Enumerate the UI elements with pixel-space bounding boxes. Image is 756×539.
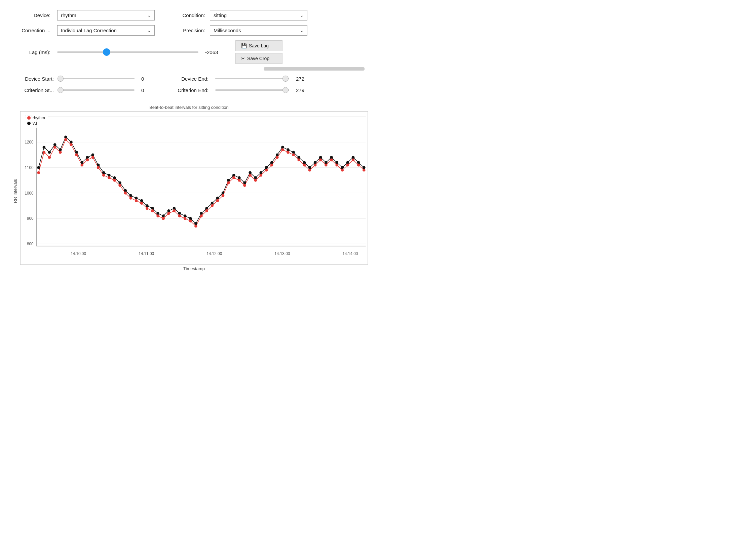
svg-point-22 — [53, 143, 56, 146]
svg-point-48 — [194, 222, 197, 225]
precision-dropdown[interactable]: Milliseconds ⌄ — [210, 25, 307, 36]
svg-text:1200: 1200 — [25, 140, 34, 144]
svg-point-70 — [314, 161, 317, 164]
svg-point-113 — [216, 199, 219, 202]
legend-dot-rhythm — [27, 116, 31, 120]
svg-point-20 — [43, 146, 46, 149]
device-start-thumb[interactable] — [58, 76, 64, 82]
svg-point-43 — [167, 209, 170, 212]
svg-point-90 — [91, 156, 95, 159]
svg-point-50 — [205, 207, 208, 210]
svg-point-25 — [70, 141, 73, 144]
correction-value: Individual Lag Correction — [61, 28, 145, 33]
save-lag-button[interactable]: 💾 Save Lag — [235, 40, 282, 51]
condition-dropdown[interactable]: sitting ⌄ — [210, 10, 307, 20]
lag-row: Lag (ms): -2063 💾 Save Lag ✂ Save Crop — [13, 40, 365, 64]
scrollbar[interactable] — [264, 67, 365, 71]
device-end-slider[interactable] — [215, 75, 289, 82]
svg-point-137 — [346, 164, 349, 167]
svg-point-63 — [276, 153, 279, 156]
save-lag-icon: 💾 — [241, 43, 247, 48]
svg-point-74 — [335, 161, 338, 164]
svg-point-125 — [281, 148, 284, 151]
condition-dropdown-arrow: ⌄ — [300, 13, 304, 18]
svg-point-128 — [297, 159, 300, 162]
svg-point-87 — [75, 153, 78, 156]
svg-point-134 — [330, 159, 333, 162]
device-dropdown-arrow: ⌄ — [147, 13, 151, 18]
criterion-end-slider[interactable] — [215, 87, 289, 93]
svg-point-61 — [265, 166, 268, 169]
device-end-thumb[interactable] — [282, 76, 289, 82]
lag-slider-track — [57, 51, 198, 53]
svg-point-121 — [260, 174, 263, 177]
svg-text:1000: 1000 — [25, 191, 34, 196]
save-crop-button[interactable]: ✂ Save Crop — [235, 53, 282, 64]
svg-point-89 — [86, 159, 89, 162]
criterion-start-thumb[interactable] — [58, 87, 64, 93]
svg-point-120 — [254, 179, 257, 182]
svg-point-54 — [227, 179, 230, 182]
precision-value: Milliseconds — [214, 28, 297, 33]
svg-point-71 — [319, 156, 322, 159]
correction-dropdown-arrow: ⌄ — [147, 28, 151, 33]
legend-label-rhythm: rhythm — [33, 116, 45, 120]
correction-dropdown[interactable]: Individual Lag Correction ⌄ — [57, 25, 155, 36]
criterion-end-label: Criterion End: — [175, 87, 209, 93]
svg-point-130 — [308, 169, 311, 172]
svg-point-123 — [270, 164, 273, 167]
svg-point-42 — [162, 214, 165, 217]
criterion-start-slider[interactable] — [61, 87, 135, 93]
precision-dropdown-arrow: ⌄ — [300, 28, 304, 33]
svg-point-72 — [325, 161, 328, 164]
svg-point-78 — [357, 161, 360, 164]
svg-point-34 — [118, 181, 121, 184]
svg-point-84 — [59, 151, 62, 154]
svg-point-24 — [64, 135, 67, 138]
svg-point-59 — [254, 176, 257, 179]
lag-slider-thumb[interactable] — [103, 48, 110, 56]
svg-point-31 — [102, 171, 105, 174]
svg-point-107 — [184, 217, 187, 220]
svg-point-132 — [319, 159, 322, 162]
svg-point-58 — [249, 171, 252, 174]
svg-point-94 — [113, 179, 116, 182]
x-axis-label: Timestamp — [20, 266, 368, 271]
chart-title: Beat-to-beat intervals for sitting condi… — [10, 105, 368, 110]
vu-line — [39, 137, 364, 224]
svg-point-105 — [173, 209, 176, 212]
y-axis-label: RR Intervals — [10, 111, 20, 271]
device-start-track — [61, 78, 135, 79]
svg-point-136 — [341, 169, 344, 172]
device-start-slider[interactable] — [61, 75, 135, 82]
svg-text:900: 900 — [27, 216, 34, 221]
condition-value: sitting — [214, 12, 297, 18]
criterion-end-thumb[interactable] — [282, 87, 289, 93]
svg-point-68 — [303, 161, 306, 164]
svg-point-114 — [222, 194, 225, 197]
criterion-end-value: 279 — [296, 87, 313, 93]
svg-point-56 — [238, 176, 241, 179]
svg-point-62 — [270, 161, 273, 164]
precision-label: Precision: — [175, 28, 205, 33]
svg-point-92 — [102, 174, 105, 177]
svg-point-97 — [129, 197, 133, 200]
svg-point-109 — [194, 225, 197, 228]
svg-text:14:13:00: 14:13:00 — [274, 251, 290, 256]
device-range-row: Device Start: 0 Device End: 272 — [13, 75, 365, 82]
svg-point-27 — [80, 161, 83, 164]
svg-point-124 — [276, 156, 279, 159]
svg-point-108 — [189, 219, 192, 222]
svg-point-26 — [75, 151, 78, 154]
svg-point-118 — [243, 184, 246, 187]
device-end-track — [215, 78, 289, 79]
svg-point-95 — [118, 184, 121, 187]
lag-slider-container[interactable] — [57, 48, 198, 56]
svg-point-67 — [297, 156, 300, 159]
svg-point-129 — [303, 164, 306, 167]
svg-point-131 — [314, 164, 317, 167]
condition-label: Condition: — [175, 12, 205, 18]
correction-precision-row: Correction ... Individual Lag Correction… — [13, 25, 365, 36]
lag-value: -2063 — [205, 49, 225, 55]
device-dropdown[interactable]: rhythm ⌄ — [57, 10, 155, 20]
